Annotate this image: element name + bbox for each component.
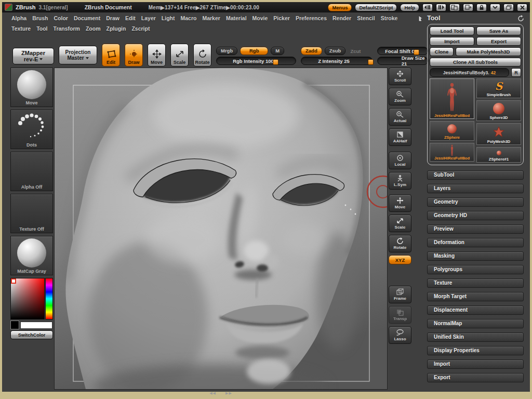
tool-section[interactable]: Layers bbox=[427, 184, 524, 193]
zsphere1-thumb[interactable]: ZSphere#1 bbox=[476, 147, 521, 163]
tool-section[interactable]: Display Properties bbox=[427, 346, 524, 355]
zmapper-button[interactable]: ZMapper rev-E bbox=[12, 48, 54, 64]
menu-item[interactable]: Macro bbox=[181, 15, 197, 21]
menu-item[interactable]: Alpha bbox=[11, 15, 26, 21]
doc-pages-icon[interactable] bbox=[449, 4, 460, 11]
menu-item[interactable]: Brush bbox=[32, 15, 48, 21]
polymesh3d-thumb[interactable]: PolyMesh3D bbox=[476, 123, 521, 145]
tool-section[interactable]: Import bbox=[427, 360, 524, 369]
xyz-axis-button[interactable]: XYZ bbox=[389, 255, 411, 264]
move-mode-button[interactable]: Move bbox=[148, 44, 166, 66]
tool-section[interactable]: NormalMap bbox=[427, 319, 524, 328]
menu-item[interactable]: Edit bbox=[125, 15, 136, 21]
tool-section[interactable]: Morph Target bbox=[427, 292, 524, 301]
lasso-button[interactable]: Lasso bbox=[389, 326, 411, 344]
restore-icon[interactable] bbox=[503, 4, 514, 11]
default-zscript-button[interactable]: DefaultZScript bbox=[355, 4, 397, 11]
move3d-button[interactable]: Move bbox=[389, 194, 411, 212]
menu-item[interactable]: Texture bbox=[11, 25, 31, 32]
main-color-swatch[interactable] bbox=[10, 321, 19, 329]
menu-item[interactable]: Light bbox=[162, 15, 175, 21]
active-tool-slider[interactable]: JessiHiResFullBody3. 42 bbox=[430, 68, 509, 77]
clone-all-subtools-button[interactable]: Clone All SubTools bbox=[430, 58, 521, 66]
texture-off-thumb[interactable]: Texture Off bbox=[10, 194, 53, 233]
tool-section[interactable]: Export bbox=[427, 373, 524, 382]
tool-section[interactable]: Geometry bbox=[427, 197, 524, 207]
simplebrush-thumb[interactable]: S SimpleBrush bbox=[476, 78, 521, 98]
aahalf-button[interactable]: AAHalf bbox=[389, 128, 411, 146]
tool-section[interactable]: Unified Skin bbox=[427, 332, 524, 342]
frame-button[interactable]: Frame bbox=[389, 286, 411, 303]
doc-copy-icon[interactable] bbox=[463, 4, 473, 11]
close-icon[interactable] bbox=[517, 4, 527, 11]
zcut-toggle[interactable]: Zcut bbox=[348, 48, 363, 54]
export-button[interactable]: Export bbox=[476, 37, 521, 46]
zsphere-thumb[interactable]: ZSphere bbox=[430, 121, 474, 141]
z-intensity-slider[interactable]: Z Intensity 25 bbox=[301, 57, 373, 65]
clone-button[interactable]: Clone bbox=[430, 47, 454, 56]
menu-item[interactable]: Movie bbox=[252, 15, 268, 21]
edit-mode-button[interactable]: Edit bbox=[102, 44, 120, 66]
scroll-button[interactable]: Scroll bbox=[389, 68, 411, 85]
tool-section[interactable]: Displacement bbox=[427, 305, 524, 315]
stroke-type-move-thumb[interactable]: Move bbox=[10, 68, 53, 107]
slider-handle[interactable] bbox=[414, 49, 419, 55]
save-as-button[interactable]: Save As bbox=[476, 26, 521, 35]
lock-icon[interactable] bbox=[476, 4, 487, 11]
canvas-scrollbar[interactable]: ◀◀ ▶▶ bbox=[54, 391, 388, 395]
tool-section[interactable]: Polygroups bbox=[427, 265, 524, 274]
scale-mode-button[interactable]: Scale bbox=[170, 44, 189, 66]
draw-mode-button[interactable]: Draw bbox=[125, 44, 143, 66]
menu-item[interactable]: Picker bbox=[273, 15, 290, 21]
hue-strip[interactable] bbox=[45, 278, 53, 320]
zsub-toggle[interactable]: Zsub bbox=[325, 47, 346, 55]
m-toggle[interactable]: M bbox=[271, 47, 284, 55]
rgb-intensity-slider[interactable]: Rgb Intensity 100 bbox=[216, 57, 296, 65]
menu-item[interactable]: Layer bbox=[141, 15, 156, 21]
menu-item[interactable]: Stencil bbox=[357, 15, 375, 21]
rotate3d-button[interactable]: Rotate bbox=[389, 235, 411, 252]
actual-button[interactable]: Actual bbox=[389, 108, 411, 126]
rgb-toggle[interactable]: Rgb bbox=[240, 47, 268, 55]
menu-item[interactable]: Material bbox=[226, 15, 247, 21]
scroll-left-icon[interactable] bbox=[422, 4, 433, 11]
tool-section[interactable]: Masking bbox=[427, 251, 524, 261]
menu-item[interactable]: Zplugin bbox=[106, 25, 126, 32]
draw-size-slider[interactable]: Draw Size 21 bbox=[377, 57, 428, 65]
cycle-icon[interactable] bbox=[517, 15, 525, 22]
restore-tool-button[interactable]: R bbox=[511, 68, 521, 77]
tool-section[interactable]: Preview bbox=[427, 224, 524, 234]
tool-section[interactable]: Deformation bbox=[427, 238, 524, 247]
zadd-toggle[interactable]: Zadd bbox=[301, 47, 322, 55]
scroll-chevrons-left-icon[interactable]: ◀◀ bbox=[209, 391, 216, 395]
stroke-dots-thumb[interactable]: Dots bbox=[10, 110, 53, 149]
projection-master-button[interactable]: Projection Master bbox=[59, 46, 97, 64]
document-canvas[interactable] bbox=[54, 68, 388, 390]
lsym-button[interactable]: L.Sym bbox=[389, 172, 411, 190]
menus-button[interactable]: Menus bbox=[328, 4, 352, 11]
active-tool-thumb[interactable]: JessiHiResFullBod bbox=[430, 78, 474, 119]
help-button[interactable]: Help bbox=[400, 4, 419, 11]
mrgb-toggle[interactable]: Mrgb bbox=[216, 47, 237, 55]
tool-section[interactable]: SubTool bbox=[427, 170, 524, 180]
secondary-color-swatch[interactable] bbox=[20, 322, 52, 329]
tool-section[interactable]: Geometry HD bbox=[427, 211, 524, 220]
jessi-small-thumb[interactable]: JessiHiResFullBod bbox=[430, 143, 474, 162]
menu-item[interactable]: Zoom bbox=[86, 25, 101, 32]
slider-handle[interactable] bbox=[273, 59, 278, 65]
color-sv-square[interactable] bbox=[10, 278, 45, 320]
import-button[interactable]: Import bbox=[430, 37, 474, 46]
tool-section[interactable]: Texture bbox=[427, 278, 524, 288]
menu-item[interactable]: Document bbox=[74, 15, 100, 21]
local-button[interactable]: Local bbox=[389, 152, 411, 169]
menu-item[interactable]: Zscript bbox=[131, 25, 150, 32]
menu-item[interactable]: Stroke bbox=[381, 15, 398, 21]
menu-item[interactable]: Tool bbox=[36, 25, 47, 32]
scroll-chevrons-right-icon[interactable]: ▶▶ bbox=[225, 391, 232, 395]
switch-color-button[interactable]: SwitchColor bbox=[10, 330, 53, 339]
rotate-mode-button[interactable]: Rotate bbox=[193, 44, 211, 66]
menu-item[interactable]: Render bbox=[332, 15, 351, 21]
load-tool-button[interactable]: Load Tool bbox=[430, 26, 474, 35]
menu-item[interactable]: Preferences bbox=[296, 15, 327, 21]
minimize-icon[interactable] bbox=[490, 4, 500, 11]
